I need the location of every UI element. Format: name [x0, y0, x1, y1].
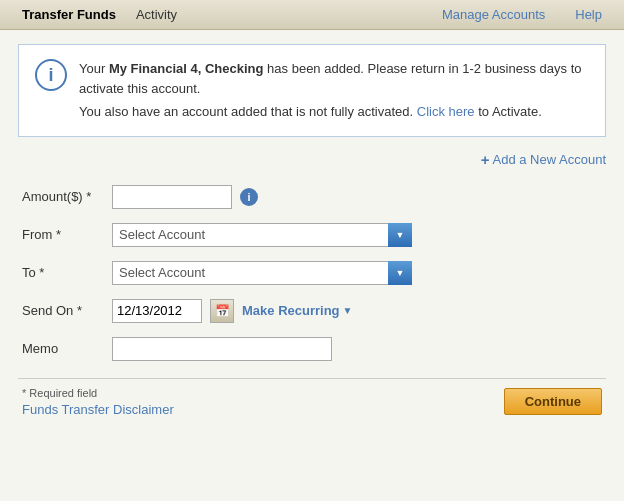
click-here-link[interactable]: Click here — [417, 104, 475, 119]
calendar-button[interactable]: 📅 — [210, 299, 234, 323]
amount-input[interactable] — [112, 185, 232, 209]
transfer-form: Amount($) * i From * Select Account — [18, 178, 606, 368]
send-on-row: Send On * 📅 Make Recurring ▼ — [18, 292, 606, 330]
amount-field-group: i — [112, 185, 602, 209]
nav-right-group: Manage Accounts Help — [432, 2, 612, 27]
recurring-arrow-icon: ▼ — [343, 305, 353, 316]
nav-help[interactable]: Help — [565, 2, 612, 27]
disclaimer-link[interactable]: Funds Transfer Disclaimer — [22, 402, 174, 417]
footer-left: * Required field Funds Transfer Disclaim… — [22, 387, 174, 417]
account-name: My Financial 4, Checking — [109, 61, 264, 76]
send-on-input[interactable] — [112, 299, 202, 323]
memo-row: Memo — [18, 330, 606, 368]
amount-row: Amount($) * i — [18, 178, 606, 216]
to-select[interactable]: Select Account — [112, 261, 412, 285]
make-recurring-button[interactable]: Make Recurring ▼ — [242, 303, 352, 318]
memo-input[interactable] — [112, 337, 332, 361]
send-on-field-group: 📅 Make Recurring ▼ — [112, 299, 602, 323]
memo-label: Memo — [18, 330, 108, 368]
info-line1: Your My Financial 4, Checking has been a… — [79, 59, 589, 98]
footer-divider — [18, 378, 606, 379]
add-account-row: + Add a New Account — [18, 151, 606, 168]
continue-button[interactable]: Continue — [504, 388, 602, 415]
calendar-icon: 📅 — [215, 304, 230, 318]
top-navigation: Transfer Funds Activity Manage Accounts … — [0, 0, 624, 30]
required-note: * Required field — [22, 387, 174, 399]
amount-info-button[interactable]: i — [240, 188, 258, 206]
nav-manage-accounts[interactable]: Manage Accounts — [432, 2, 555, 27]
footer-row: * Required field Funds Transfer Disclaim… — [18, 387, 606, 417]
nav-transfer-funds[interactable]: Transfer Funds — [12, 2, 126, 27]
nav-activity[interactable]: Activity — [126, 2, 187, 27]
main-content: i Your My Financial 4, Checking has been… — [0, 30, 624, 427]
send-on-label: Send On * — [18, 292, 108, 330]
to-row: To * Select Account — [18, 254, 606, 292]
to-select-wrapper: Select Account — [112, 261, 412, 285]
plus-icon: + — [481, 151, 490, 168]
info-circle-icon: i — [35, 59, 67, 91]
from-select[interactable]: Select Account — [112, 223, 412, 247]
from-label: From * — [18, 216, 108, 254]
info-text: Your My Financial 4, Checking has been a… — [79, 59, 589, 122]
from-select-wrapper: Select Account — [112, 223, 412, 247]
info-line2: You also have an account added that is n… — [79, 102, 589, 122]
amount-label: Amount($) * — [18, 178, 108, 216]
to-label: To * — [18, 254, 108, 292]
from-row: From * Select Account — [18, 216, 606, 254]
info-box: i Your My Financial 4, Checking has been… — [18, 44, 606, 137]
add-new-account-link[interactable]: + Add a New Account — [481, 151, 606, 168]
